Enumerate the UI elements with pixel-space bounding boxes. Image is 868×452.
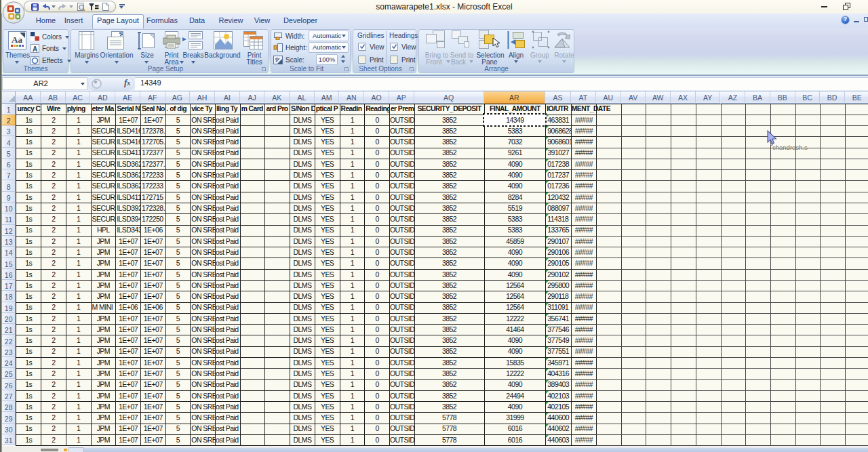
- svg-text:A: A: [33, 45, 37, 53]
- svg-text:Aa: Aa: [12, 35, 22, 45]
